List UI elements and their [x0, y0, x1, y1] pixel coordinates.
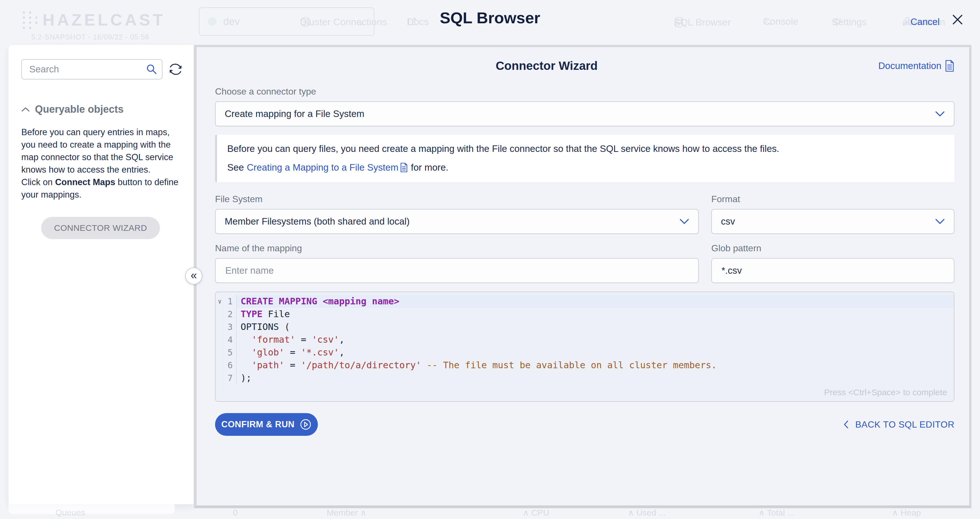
bg-queues-label: Queues — [56, 508, 85, 517]
code-line-text: 'format' = 'csv', — [237, 333, 954, 346]
code-line-text: OPTIONS ( — [237, 321, 954, 333]
line-number: 3 — [216, 321, 237, 333]
code-line[interactable]: 3OPTIONS ( — [216, 321, 954, 333]
chevron-down-icon — [935, 111, 945, 117]
code-line-text: 'path' = '/path/to/a/directory' -- The f… — [237, 359, 954, 371]
format-label: Format — [711, 194, 955, 205]
fold-chevron-icon[interactable]: ∨ — [218, 295, 221, 308]
info-box: Before you can query files, you need cre… — [215, 135, 955, 182]
line-number: 7 — [216, 371, 237, 384]
chevron-up-icon — [21, 107, 30, 112]
file-system-label: File System — [215, 194, 699, 205]
search-input[interactable] — [21, 59, 162, 79]
line-number: 2 — [216, 308, 237, 321]
refresh-icon — [168, 62, 183, 77]
section-title: Queryable objects — [35, 103, 124, 115]
document-icon — [400, 163, 408, 172]
confirm-run-button[interactable]: CONFIRM & RUN — [215, 413, 318, 436]
cancel-button[interactable]: Cancel — [910, 16, 940, 27]
mapping-name-input[interactable] — [225, 265, 689, 276]
sidebar-description: Before you can query entries in maps, yo… — [21, 126, 186, 201]
code-line-text: 'glob' = '*.csv', — [237, 346, 954, 359]
search-icon — [146, 63, 158, 75]
back-to-sql-editor-link[interactable]: BACK TO SQL EDITOR — [843, 419, 955, 430]
version-text: 5.2-SNAPSHOT - 16/09/22 - 05:58 — [31, 33, 149, 41]
collapse-icon: « — [191, 270, 197, 281]
connector-type-label: Choose a connector type — [215, 86, 955, 97]
documentation-link[interactable]: Documentation — [878, 60, 955, 72]
line-number: 5 — [216, 346, 237, 359]
line-number: 6 — [216, 359, 237, 371]
autocomplete-hint: Press <Ctrl+Space> to complete — [824, 387, 947, 397]
file-system-select[interactable]: Member Filesystems (both shared and loca… — [215, 209, 699, 234]
glob-pattern-input[interactable] — [721, 265, 945, 276]
bg-queues-count: 0 — [233, 508, 238, 517]
code-line[interactable]: ∨1CREATE MAPPING <mapping name> — [216, 295, 954, 308]
chevron-down-icon — [935, 219, 945, 224]
format-value: csv — [721, 216, 735, 227]
info-see: See — [227, 162, 244, 173]
bg-column-header: ∧ CPU — [523, 508, 549, 517]
file-system-value: Member Filesystems (both shared and loca… — [225, 216, 410, 227]
chevron-left-icon — [843, 420, 848, 429]
play-circle-icon — [300, 419, 312, 430]
connect-maps-emphasis: Connect Maps — [55, 177, 115, 187]
mapping-name-label: Name of the mapping — [215, 243, 699, 254]
format-select[interactable]: csv — [711, 209, 955, 234]
queryable-objects-sidebar: Queryable objects Before you can query e… — [8, 45, 194, 504]
mapping-docs-link[interactable]: Creating a Mapping to a File System — [247, 162, 408, 173]
close-icon[interactable] — [951, 13, 964, 26]
sql-browser-modal: HAZELCAST 5.2-SNAPSHOT - 16/09/22 - 05:5… — [0, 0, 980, 519]
code-line-text: CREATE MAPPING <mapping name> — [237, 295, 954, 308]
code-line[interactable]: 2TYPE File — [216, 308, 954, 321]
bg-column-header: ∧ Total ... — [759, 508, 794, 517]
document-icon — [945, 60, 955, 72]
code-line-text: TYPE File — [237, 308, 954, 321]
bg-column-header: ∧ Heap — [892, 508, 921, 517]
line-number: 4 — [216, 333, 237, 346]
mapping-name-field — [215, 258, 699, 283]
code-line[interactable]: 6 'path' = '/path/to/a/directory' -- The… — [216, 359, 954, 371]
connector-wizard-panel: Connector Wizard Documentation Choose a … — [194, 45, 972, 508]
glob-pattern-label: Glob pattern — [711, 243, 955, 254]
connector-type-value: Create mapping for a File System — [225, 108, 364, 119]
bg-column-header: ∧ Used ... — [628, 508, 666, 517]
info-text: Before you can query files, you need cre… — [227, 143, 944, 154]
glob-pattern-field — [711, 258, 955, 283]
line-number: ∨1 — [216, 295, 237, 308]
queryable-objects-section[interactable]: Queryable objects — [21, 103, 183, 115]
connector-wizard-button[interactable]: CONNECTOR WIZARD — [41, 217, 160, 239]
refresh-button[interactable] — [168, 62, 183, 77]
connector-type-select[interactable]: Create mapping for a File System — [215, 102, 955, 126]
collapse-sidebar-button[interactable]: « — [185, 267, 202, 284]
code-line-text: ); — [237, 371, 954, 384]
bg-column-header: Member ∧ — [327, 508, 366, 517]
background-footer: Queues 0 Member ∧∧ CPU∧ Used ...∧ Total … — [0, 508, 980, 519]
info-more: for more. — [411, 162, 448, 173]
code-line[interactable]: 4 'format' = 'csv', — [216, 333, 954, 346]
panel-title: Connector Wizard — [215, 59, 878, 73]
code-line[interactable]: 5 'glob' = '*.csv', — [216, 346, 954, 359]
sql-code-editor[interactable]: ∨1CREATE MAPPING <mapping name>2TYPE Fil… — [215, 292, 955, 402]
code-line[interactable]: 7); — [216, 371, 954, 384]
chevron-down-icon — [679, 219, 689, 224]
page-title: SQL Browser — [0, 8, 980, 27]
sql-editor-lines: ∨1CREATE MAPPING <mapping name>2TYPE Fil… — [216, 292, 954, 384]
